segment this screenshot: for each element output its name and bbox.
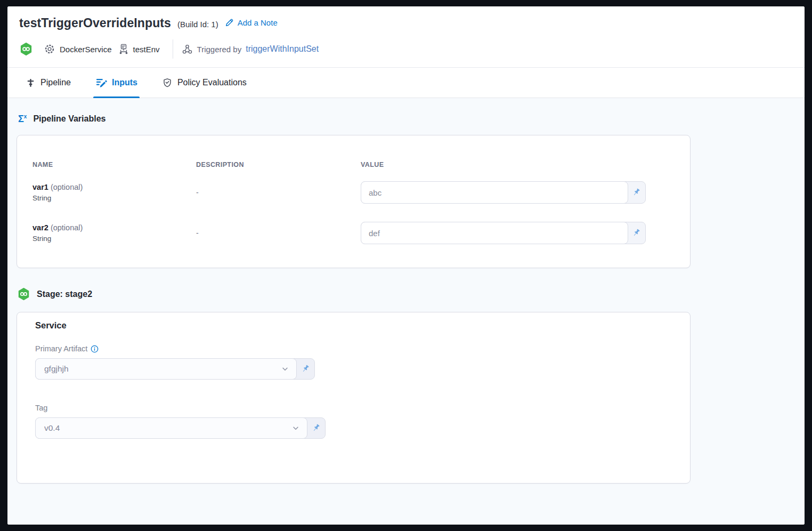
tag-select[interactable]: v0.4 [35, 417, 307, 439]
tab-policy-evaluations-label: Policy Evaluations [177, 78, 247, 87]
triggered-by-label: Triggered by [197, 45, 242, 54]
primary-artifact-select-group: gfgjhjh [35, 358, 315, 380]
environment-icon [118, 43, 129, 55]
column-header-description: DESCRIPTION [196, 161, 361, 168]
pin-input-button[interactable] [627, 182, 645, 203]
service-card: Service Primary Artifact gfgjhjh [17, 312, 691, 484]
app-window: testTriggerOverrideInputs (Build Id: 1) … [7, 6, 805, 525]
gear-icon [44, 43, 55, 55]
variable-value-input[interactable] [361, 222, 628, 244]
add-note-button[interactable]: Add a Note [225, 18, 278, 27]
environment-name-label: testEnv [133, 45, 160, 54]
meta-divider [173, 39, 173, 59]
primary-artifact-label-row: Primary Artifact [35, 344, 672, 353]
variable-name: var1 [33, 183, 48, 191]
inputs-icon [95, 77, 107, 88]
trigger-name-link[interactable]: triggerWithInputSet [246, 44, 319, 54]
variable-value-group [361, 222, 646, 244]
column-header-name: NAME [33, 161, 196, 168]
primary-artifact-value: gfgjhjh [44, 364, 69, 374]
primary-artifact-select[interactable]: gfgjhjh [35, 358, 297, 380]
pipeline-icon [26, 77, 36, 88]
tag-select-group: v0.4 [35, 417, 326, 439]
service-card-title: Service [35, 320, 672, 331]
build-id-label: (Build Id: 1) [177, 20, 218, 29]
inputs-tab-content: Σx Pipeline Variables NAME DESCRIPTION V… [7, 98, 805, 525]
execution-header: testTriggerOverrideInputs (Build Id: 1) … [7, 6, 805, 98]
variable-optional-label: (optional) [51, 223, 83, 232]
stage-heading: Stage: stage2 [17, 287, 805, 301]
variable-value-input[interactable] [361, 181, 628, 204]
pin-input-button[interactable] [627, 222, 645, 244]
variable-value-group [361, 181, 646, 204]
tab-bar: Pipeline Inputs [7, 67, 805, 98]
variable-name: var2 [33, 223, 48, 232]
shield-check-icon [162, 77, 173, 88]
trigger-meta: Triggered by triggerWithInputSet [182, 44, 319, 55]
service-name-label: DockerService [60, 45, 112, 54]
variable-row-var2: var2 (optional) String - [33, 222, 675, 244]
tab-inputs-label: Inputs [112, 78, 137, 87]
column-header-value: VALUE [361, 161, 675, 168]
variable-description: - [196, 188, 361, 197]
sigma-variables-icon: Σx [18, 114, 27, 124]
variable-name-cell: var1 (optional) String [33, 183, 196, 202]
pin-input-button[interactable] [307, 418, 325, 438]
primary-artifact-label: Primary Artifact [35, 344, 87, 353]
add-note-label: Add a Note [238, 18, 278, 27]
tag-value: v0.4 [44, 423, 60, 433]
variable-name-cell: var2 (optional) String [33, 223, 196, 243]
tab-pipeline[interactable]: Pipeline [26, 68, 71, 98]
variables-table-header: NAME DESCRIPTION VALUE [33, 161, 675, 168]
chevron-down-icon [281, 365, 289, 373]
title-row: testTriggerOverrideInputs (Build Id: 1) … [19, 16, 792, 30]
tab-policy-evaluations[interactable]: Policy Evaluations [162, 68, 247, 98]
cd-stage-icon [17, 287, 30, 301]
pin-input-button[interactable] [296, 359, 314, 379]
meta-row: DockerService testEnv [19, 39, 792, 59]
pipeline-variables-title: Pipeline Variables [33, 114, 105, 124]
stage-title: Stage: stage2 [37, 289, 92, 299]
variable-type: String [33, 235, 196, 243]
variable-description: - [196, 229, 361, 237]
tab-pipeline-label: Pipeline [40, 78, 71, 87]
chevron-down-icon [292, 424, 299, 432]
cd-module-icon [19, 42, 33, 56]
environment-meta: testEnv [118, 43, 160, 55]
pipeline-variables-card: NAME DESCRIPTION VALUE var1 (optional) S… [17, 135, 691, 268]
tag-label: Tag [35, 404, 47, 412]
page-title: testTriggerOverrideInputs [19, 16, 171, 30]
info-icon[interactable] [91, 345, 99, 353]
service-meta: DockerService [44, 43, 112, 55]
variable-optional-label: (optional) [51, 183, 83, 191]
tag-label-row: Tag [35, 404, 672, 412]
variable-type: String [33, 194, 196, 202]
window-frame: testTriggerOverrideInputs (Build Id: 1) … [0, 0, 812, 531]
tab-inputs[interactable]: Inputs [95, 68, 137, 98]
webhook-trigger-icon [182, 44, 193, 55]
pipeline-variables-heading: Σx Pipeline Variables [18, 114, 805, 124]
variable-row-var1: var1 (optional) String - [33, 181, 675, 204]
pencil-icon [225, 18, 234, 27]
